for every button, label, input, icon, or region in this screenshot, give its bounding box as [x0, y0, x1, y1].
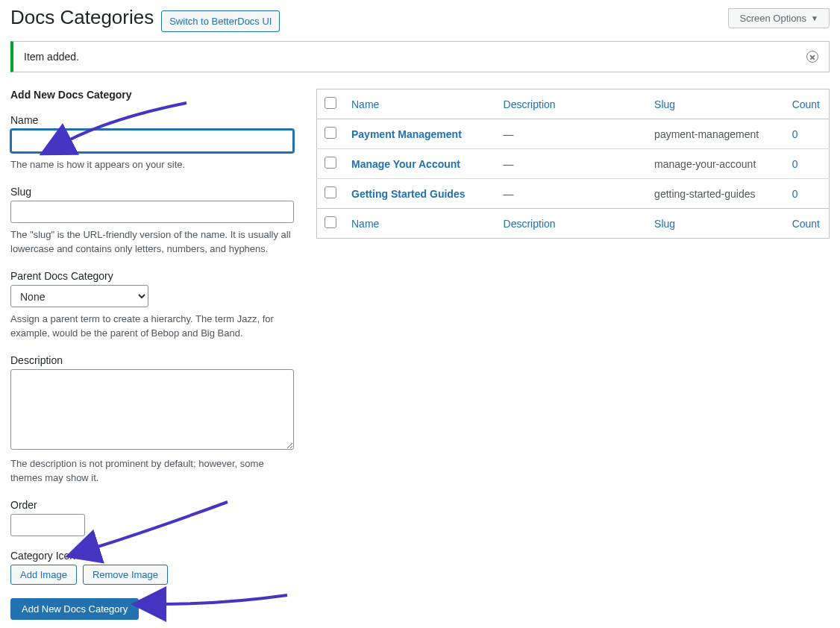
col-slug-footer[interactable]: Slug — [654, 218, 675, 230]
parent-label: Parent Docs Category — [10, 270, 294, 282]
chevron-down-icon: ▼ — [811, 14, 818, 22]
slug-hint: The "slug" is the URL-friendly version o… — [10, 227, 294, 257]
row-checkbox[interactable] — [325, 157, 336, 169]
category-icon-label: Category Icon — [10, 550, 294, 562]
row-name-link[interactable]: Getting Started Guides — [351, 188, 465, 200]
table-row: Payment Management—payment-management0 — [317, 119, 830, 149]
close-icon[interactable] — [806, 51, 818, 63]
parent-hint: Assign a parent term to create a hierarc… — [10, 312, 294, 341]
col-slug-header[interactable]: Slug — [654, 98, 675, 110]
description-hint: The description is not prominent by defa… — [10, 456, 294, 486]
name-hint: The name is how it appears on your site. — [10, 157, 294, 172]
row-name-link[interactable]: Manage Your Account — [351, 158, 460, 170]
col-count-header[interactable]: Count — [792, 98, 820, 110]
row-slug: manage-your-account — [647, 149, 785, 179]
order-label: Order — [10, 499, 294, 511]
row-description: — — [496, 119, 648, 149]
form-heading: Add New Docs Category — [10, 89, 294, 101]
row-checkbox[interactable] — [325, 186, 336, 198]
submit-button[interactable]: Add New Docs Category — [10, 598, 139, 620]
notice-message: Item added. — [24, 51, 79, 63]
page-title: Docs Categories — [10, 6, 154, 29]
screen-options-label: Screen Options — [739, 13, 806, 24]
add-image-button[interactable]: Add Image — [10, 565, 77, 585]
row-checkbox[interactable] — [325, 127, 336, 139]
select-all-bottom-checkbox[interactable] — [325, 216, 336, 228]
switch-ui-button[interactable]: Switch to BetterDocs UI — [161, 10, 280, 33]
slug-label: Slug — [10, 186, 294, 198]
order-input[interactable] — [10, 514, 85, 536]
row-count-link[interactable]: 0 — [792, 128, 798, 140]
select-all-top-checkbox[interactable] — [325, 97, 336, 109]
col-description-footer[interactable]: Description — [504, 218, 556, 230]
row-description: — — [496, 149, 648, 179]
col-description-header[interactable]: Description — [504, 98, 556, 110]
col-name-header[interactable]: Name — [351, 98, 379, 110]
row-name-link[interactable]: Payment Management — [351, 128, 462, 140]
row-description: — — [496, 179, 648, 209]
row-slug: payment-management — [647, 119, 785, 149]
row-count-link[interactable]: 0 — [792, 158, 798, 170]
name-input[interactable] — [10, 129, 294, 153]
notice-success: Item added. — [10, 41, 830, 72]
table-row: Manage Your Account—manage-your-account0 — [317, 149, 830, 179]
description-label: Description — [10, 354, 294, 366]
name-label: Name — [10, 114, 294, 126]
table-row: Getting Started Guides—getting-started-g… — [317, 179, 830, 209]
description-textarea[interactable] — [10, 369, 294, 450]
row-count-link[interactable]: 0 — [792, 188, 798, 200]
screen-options-toggle[interactable]: Screen Options ▼ — [728, 8, 830, 28]
col-count-footer[interactable]: Count — [792, 218, 820, 230]
slug-input[interactable] — [10, 201, 294, 223]
remove-image-button[interactable]: Remove Image — [83, 565, 168, 585]
col-name-footer[interactable]: Name — [351, 218, 379, 230]
categories-table: Name Description Slug Count Payment Mana… — [316, 89, 830, 239]
row-slug: getting-started-guides — [647, 179, 785, 209]
parent-select[interactable]: None — [10, 285, 148, 307]
